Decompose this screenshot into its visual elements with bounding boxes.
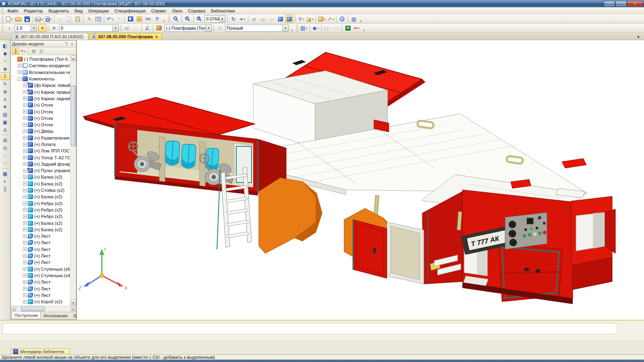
- hidden-thin-display-button[interactable]: ▱: [268, 15, 276, 23]
- redo-button[interactable]: ↷: [115, 15, 123, 23]
- panel-sheet-metal-button[interactable]: ∆: [1, 126, 10, 134]
- tree-item[interactable]: + (+) Лист: [11, 233, 70, 239]
- zoom-scale-combo[interactable]: 0.0764: [204, 15, 225, 23]
- tree-expander[interactable]: +: [23, 208, 27, 212]
- toolbar-options-button[interactable]: [290, 24, 294, 32]
- toolbar-options-button[interactable]: [162, 15, 166, 23]
- tree-item[interactable]: (-) Платформа (Тел-0, Сбо: [11, 56, 70, 62]
- toolbar-drag-handle[interactable]: [168, 16, 170, 22]
- combo-dropdown-arrow[interactable]: [219, 16, 225, 22]
- toolbar-options-button[interactable]: [359, 15, 363, 23]
- tree-expander[interactable]: +: [23, 241, 27, 245]
- sketch-button[interactable]: ▱: [123, 24, 131, 32]
- tree-item[interactable]: + (+) Ребро (x2): [11, 207, 70, 213]
- context-help-button[interactable]: ?: [153, 15, 161, 23]
- menu-item[interactable]: Библиотеки: [208, 8, 238, 14]
- hide-objects-button[interactable]: [318, 15, 326, 23]
- tree-expander[interactable]: +: [23, 228, 27, 231]
- panel-mirror-button[interactable]: ◐: [1, 177, 10, 185]
- menu-item[interactable]: Сервис: [149, 8, 169, 14]
- pin-icon[interactable]: ⊤: [64, 42, 69, 46]
- tree-expander[interactable]: +: [23, 90, 27, 94]
- tree-expander[interactable]: +: [23, 162, 27, 166]
- panel-attachments-button[interactable]: ⊕: [1, 88, 10, 95]
- scrollbar-thumb[interactable]: [21, 306, 45, 311]
- tree-expander[interactable]: +: [23, 110, 27, 113]
- tree-expander[interactable]: -: [18, 77, 21, 81]
- model-measure-button[interactable]: ▥: [350, 15, 358, 23]
- tree-expander[interactable]: +: [23, 169, 27, 173]
- tree-mode-tab[interactable]: Построение: [12, 312, 41, 319]
- document-tab[interactable]: 307.00.00.000 П АЛ-30 (43502): [12, 33, 89, 40]
- toolbar-drag-handle[interactable]: [296, 25, 298, 31]
- hidden-lines-display-button[interactable]: ▱: [259, 15, 267, 23]
- section-display-button[interactable]: ◪: [306, 15, 314, 23]
- tree-mode-tab[interactable]: Исполнения: [41, 312, 70, 319]
- tree-expander[interactable]: +: [23, 300, 27, 304]
- variables-button[interactable]: [135, 15, 143, 23]
- menu-drag-handle[interactable]: [1, 8, 3, 14]
- panel-zones-button[interactable]: ▦: [1, 170, 10, 177]
- tree-item[interactable]: + (+) Лист: [11, 279, 70, 285]
- scroll-up-arrow[interactable]: ▲: [71, 56, 76, 61]
- tree-additional-window-button[interactable]: ▥: [38, 48, 45, 54]
- tree-item[interactable]: + (+) Балка (x2): [11, 174, 70, 180]
- detail-level-combo[interactable]: Полный: [225, 25, 289, 32]
- close-tab-icon[interactable]: ×: [155, 34, 159, 39]
- tree-item[interactable]: + (+) Лист: [11, 259, 70, 265]
- tree-expander[interactable]: [12, 58, 16, 61]
- tree-expander[interactable]: +: [18, 64, 21, 68]
- tree-composition-button[interactable]: ≡: [20, 48, 27, 54]
- tree-item[interactable]: + (+) Пульт управле: [11, 167, 70, 174]
- print-preview-button[interactable]: [44, 15, 52, 23]
- model-left-compartment[interactable]: [115, 123, 286, 197]
- tree-item[interactable]: + (+) Стойка (x2): [11, 187, 70, 193]
- scroll-down-arrow[interactable]: ▼: [71, 300, 76, 305]
- tree-item[interactable]: + Системы координат: [11, 62, 70, 69]
- tree-item[interactable]: + (+) Топор Т-А2 ГО: [11, 154, 70, 160]
- tree-expander[interactable]: +: [23, 267, 27, 271]
- tree-expander[interactable]: +: [23, 234, 27, 238]
- panel-points-array-button[interactable]: ∷: [1, 159, 10, 167]
- panel-solid-modeling-button[interactable]: ◆: [1, 49, 10, 57]
- tree-expander[interactable]: +: [23, 247, 27, 251]
- rotate-model-button[interactable]: [338, 15, 346, 23]
- tree-item[interactable]: + (+) Короб (x2): [11, 298, 70, 305]
- zoom-frame-button[interactable]: [172, 15, 180, 23]
- panel-surfaces-button[interactable]: ◈: [1, 65, 10, 72]
- tree-expander[interactable]: +: [23, 261, 27, 264]
- tree-expander[interactable]: +: [23, 84, 27, 87]
- toolbar-options-button[interactable]: [361, 24, 366, 32]
- tree-expander[interactable]: +: [23, 103, 27, 107]
- menu-item[interactable]: Окно: [169, 8, 185, 14]
- shaded-edges-display-button[interactable]: [285, 15, 293, 23]
- tree-expander[interactable]: +: [23, 136, 27, 140]
- tree-item[interactable]: + (+) Лист: [11, 292, 70, 298]
- normal-to-button[interactable]: ∠: [143, 24, 151, 32]
- current-scale-combo[interactable]: 1.0: [14, 25, 37, 32]
- tree-item[interactable]: + (+) Отсек: [11, 115, 70, 121]
- tree-expander[interactable]: +: [23, 156, 27, 159]
- panel-specification-button[interactable]: ▤: [1, 111, 10, 118]
- undo-button[interactable]: ↶: [106, 15, 114, 23]
- minimize-button[interactable]: –: [604, 1, 615, 7]
- current-layer-combo[interactable]: 0: [59, 25, 119, 32]
- tree-item[interactable]: - Компоненты: [11, 76, 70, 82]
- sketch-placement-button[interactable]: ▱: [132, 24, 140, 32]
- tree-item[interactable]: + (+) Отсек: [11, 108, 70, 115]
- print-button[interactable]: [35, 15, 43, 23]
- copy-properties-button[interactable]: ✎: [85, 15, 93, 23]
- tree-item[interactable]: + (+) Балка (x2): [11, 193, 70, 200]
- tree-item[interactable]: + (+) Балка (x2): [11, 220, 70, 226]
- current-component-combo[interactable]: (-) Платформа (Тел-: [164, 25, 212, 32]
- wireframe-display-button[interactable]: ▱: [250, 15, 258, 23]
- menu-item[interactable]: Операции: [85, 8, 111, 14]
- tree-item[interactable]: + (+) Балка (x2): [11, 226, 70, 233]
- tree-expander[interactable]: +: [23, 175, 27, 179]
- save-document-button[interactable]: [23, 15, 31, 23]
- display-structure-button[interactable]: ∷: [216, 24, 224, 32]
- panel-auxiliary-geometry-button[interactable]: ✎: [1, 80, 10, 88]
- insert-table-button[interactable]: [94, 15, 102, 23]
- panel-filters-button[interactable]: ▼: [1, 103, 10, 111]
- component-highlight-button[interactable]: [155, 24, 163, 32]
